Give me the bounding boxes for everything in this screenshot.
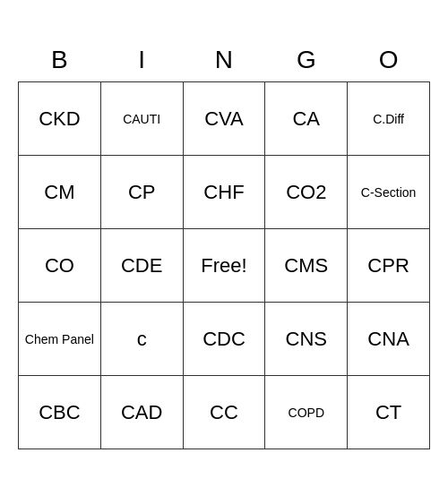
bingo-cell-3-3: CNS [265,303,348,376]
bingo-cell-3-0: Chem Panel [19,303,101,376]
bingo-header-O: O [348,38,430,82]
bingo-cell-3-1: c [100,303,183,376]
bingo-row-0: CKDCAUTICVACAC.Diff [19,82,430,156]
bingo-cell-0-4: C.Diff [348,82,430,156]
bingo-row-3: Chem PanelcCDCCNSCNA [19,303,430,376]
bingo-cell-1-4: C-Section [348,156,430,229]
bingo-cell-2-1: CDE [100,229,183,303]
bingo-header-G: G [265,38,348,82]
bingo-header-I: I [100,38,183,82]
bingo-row-2: COCDEFree!CMSCPR [19,229,430,303]
bingo-cell-0-2: CVA [183,82,265,156]
bingo-cell-4-0: CBC [19,376,101,449]
bingo-cell-4-3: COPD [265,376,348,449]
bingo-cell-2-3: CMS [265,229,348,303]
bingo-cell-0-1: CAUTI [100,82,183,156]
bingo-cell-2-4: CPR [348,229,430,303]
bingo-cell-4-4: CT [348,376,430,449]
bingo-cell-4-1: CAD [100,376,183,449]
bingo-cell-3-4: CNA [348,303,430,376]
bingo-card: BINGO CKDCAUTICVACAC.DiffCMCPCHFCO2C-Sec… [18,38,430,450]
bingo-cell-2-2: Free! [183,229,265,303]
bingo-header-B: B [19,38,101,82]
bingo-cell-1-3: CO2 [265,156,348,229]
bingo-row-4: CBCCADCCCOPDCT [19,376,430,449]
bingo-cell-1-0: CM [19,156,101,229]
bingo-row-1: CMCPCHFCO2C-Section [19,156,430,229]
bingo-cell-0-0: CKD [19,82,101,156]
bingo-cell-2-0: CO [19,229,101,303]
bingo-cell-1-1: CP [100,156,183,229]
bingo-cell-4-2: CC [183,376,265,449]
bingo-header-N: N [183,38,265,82]
bingo-cell-3-2: CDC [183,303,265,376]
bingo-cell-0-3: CA [265,82,348,156]
bingo-cell-1-2: CHF [183,156,265,229]
